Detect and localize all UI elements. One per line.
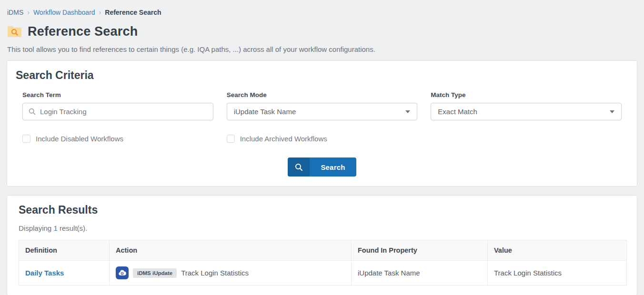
found-in-property-cell: iUpdate Task Name xyxy=(352,261,488,285)
results-summary: Displaying 1 result(s). xyxy=(19,224,625,232)
search-button-label: Search xyxy=(310,157,356,177)
column-header-action: Action xyxy=(110,240,352,261)
table-row: Daily Tasks iDMS iUpdate Track Login Sta xyxy=(19,261,627,285)
page-header: Reference Search xyxy=(0,16,644,39)
table-header-row: Definition Action Found In Property Valu… xyxy=(19,240,627,261)
search-criteria-panel: Search Criteria Search Term Search Mode … xyxy=(7,60,637,187)
results-summary-prefix: Displaying xyxy=(19,224,51,232)
page-title: Reference Search xyxy=(28,24,138,39)
search-mode-label: Search Mode xyxy=(227,91,418,98)
column-header-definition: Definition xyxy=(19,240,110,261)
chevron-right-icon: › xyxy=(27,9,30,16)
column-header-value: Value xyxy=(488,240,627,261)
chevron-down-icon xyxy=(405,110,410,113)
match-type-select[interactable]: Exact Match xyxy=(431,103,622,120)
search-results-panel: Search Results Displaying 1 result(s). D… xyxy=(7,195,637,295)
breadcrumb-workflow-dashboard[interactable]: Workflow Dashboard xyxy=(33,9,95,16)
results-count: 1 xyxy=(53,224,57,232)
cloud-upload-app-icon xyxy=(116,266,129,279)
breadcrumb: iDMS › Workflow Dashboard › Reference Se… xyxy=(0,0,644,16)
search-mode-selected-value: iUpdate Task Name xyxy=(234,108,296,116)
search-results-title: Search Results xyxy=(19,204,625,216)
search-icon xyxy=(29,108,36,115)
definition-link[interactable]: Daily Tasks xyxy=(25,269,64,277)
include-archived-workflows-label: Include Archived Workflows xyxy=(240,135,327,143)
search-mode-select[interactable]: iUpdate Task Name xyxy=(227,103,418,120)
match-type-label: Match Type xyxy=(431,91,622,98)
match-type-selected-value: Exact Match xyxy=(438,108,477,116)
chevron-right-icon: › xyxy=(99,9,101,16)
search-term-input[interactable] xyxy=(40,108,207,116)
search-term-input-wrap xyxy=(22,103,213,120)
match-type-field-group: Match Type Exact Match xyxy=(431,91,622,120)
include-disabled-workflows-label: Include Disabled Workflows xyxy=(36,135,123,143)
search-term-field-group: Search Term xyxy=(22,91,213,120)
search-term-label: Search Term xyxy=(22,91,213,98)
results-table: Definition Action Found In Property Valu… xyxy=(19,240,627,285)
action-cell: iDMS iUpdate Track Login Statistics xyxy=(116,266,345,279)
search-mode-field-group: Search Mode iUpdate Task Name xyxy=(227,91,418,120)
search-icon xyxy=(288,157,310,177)
checkbox-box[interactable] xyxy=(22,135,30,143)
app-badge: iDMS iUpdate xyxy=(133,268,177,278)
page-subtitle: This tool allows you to find references … xyxy=(0,39,644,53)
chevron-down-icon xyxy=(610,110,614,113)
search-criteria-title: Search Criteria xyxy=(16,69,628,82)
breadcrumb-idms[interactable]: iDMS xyxy=(7,9,23,16)
breadcrumb-reference-search: Reference Search xyxy=(105,9,161,16)
results-summary-suffix: result(s). xyxy=(60,224,87,232)
include-disabled-workflows-checkbox[interactable]: Include Disabled Workflows xyxy=(22,135,213,143)
folder-search-icon xyxy=(7,25,22,38)
include-archived-workflows-checkbox[interactable]: Include Archived Workflows xyxy=(227,135,418,143)
value-cell: Track Login Statistics xyxy=(488,261,627,285)
checkbox-box[interactable] xyxy=(227,135,235,143)
column-header-found-in-property: Found In Property xyxy=(352,240,488,261)
action-label: Track Login Statistics xyxy=(181,269,249,277)
search-button[interactable]: Search xyxy=(288,157,356,177)
